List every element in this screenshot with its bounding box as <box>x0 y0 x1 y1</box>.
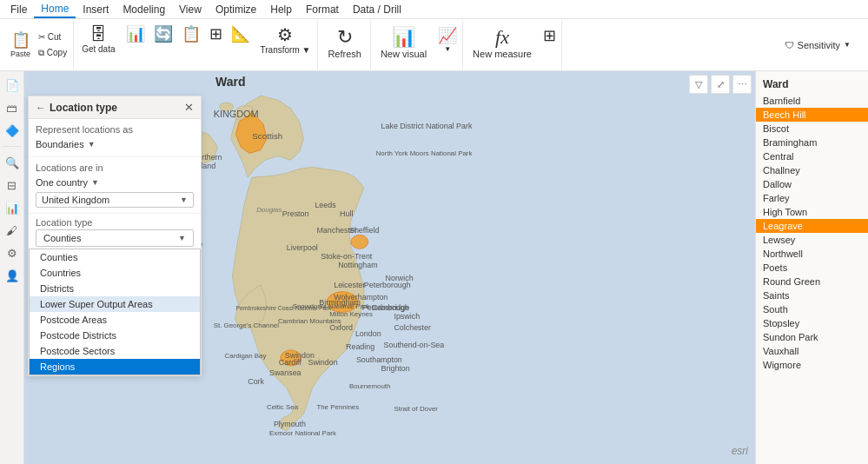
menu-insert[interactable]: Insert <box>76 2 116 17</box>
ward-item-leagrave[interactable]: Leagrave <box>756 219 868 233</box>
svg-text:Cardiff: Cardiff <box>279 358 302 367</box>
svg-text:Sheffield: Sheffield <box>349 226 379 235</box>
svg-text:Strait of Dover: Strait of Dover <box>394 405 438 413</box>
svg-text:Hull: Hull <box>340 209 353 218</box>
ward-item-challney[interactable]: Challney <box>756 163 868 177</box>
location-type-label: Location type <box>36 217 194 228</box>
measure-table-button[interactable]: ⊞ <box>540 23 560 68</box>
sidebar-search-icon[interactable]: 🔍 <box>2 152 23 173</box>
sensitivity-icon: 🛡 <box>785 40 794 50</box>
cut-button[interactable]: ✂ Cut <box>36 29 70 44</box>
map-toolbar: ▽ ⤢ ⋯ <box>689 75 752 94</box>
sidebar-data-icon[interactable]: 🗃 <box>2 97 23 118</box>
dropdown-item-postcode-districts[interactable]: Postcode Districts <box>30 328 200 343</box>
menu-optimize[interactable]: Optimize <box>209 2 263 17</box>
panel-close-button[interactable]: ✕ <box>184 101 194 114</box>
right-panel: Ward Barnfield Beech Hill Biscot Braming… <box>755 71 868 464</box>
ward-item-vauxhall[interactable]: Vauxhall <box>756 344 868 358</box>
more-options-button[interactable]: ⋯ <box>732 75 752 94</box>
ward-item-barnfield[interactable]: Barnfield <box>756 94 868 108</box>
menu-help[interactable]: Help <box>263 2 299 17</box>
svg-text:St. George's Channel: St. George's Channel <box>214 321 280 329</box>
sidebar-model-icon[interactable]: 🔷 <box>2 120 23 141</box>
represent-label: Represent locations as <box>36 124 194 135</box>
sidebar-format-icon[interactable]: 🖌 <box>2 220 23 241</box>
ward-item-wigmore[interactable]: Wigmore <box>756 358 868 372</box>
paste-button[interactable]: 📋 Paste <box>7 29 34 61</box>
visual-options-button[interactable]: 📈 ▼ <box>434 23 461 68</box>
svg-text:Ipswich: Ipswich <box>394 312 420 321</box>
dropdown-item-postcode-areas[interactable]: Postcode Areas <box>30 312 200 328</box>
sidebar-user-icon[interactable]: 👤 <box>2 265 23 286</box>
represent-select[interactable]: Boundaries ▼ <box>36 137 194 151</box>
menu-format[interactable]: Format <box>299 2 346 17</box>
ward-item-central[interactable]: Central <box>756 149 868 163</box>
get-data-button[interactable]: 🗄 Get data <box>76 23 120 68</box>
filter-button[interactable]: ▽ <box>689 75 708 94</box>
sidebar-settings-icon[interactable]: ⚙ <box>2 242 23 263</box>
svg-text:Cambridge: Cambridge <box>372 303 410 312</box>
svg-point-5 <box>351 235 368 249</box>
location-panel: ← Location type ✕ Represent locations as… <box>28 96 202 376</box>
metrics-button[interactable]: 📐 <box>228 23 254 68</box>
sensitivity-button[interactable]: 🛡 Sensitivity ▼ <box>778 36 858 54</box>
svg-text:Plymouth: Plymouth <box>274 420 306 428</box>
ward-item-stopsley[interactable]: Stopsley <box>756 316 868 330</box>
panel-back-icon[interactable]: ← <box>36 102 46 114</box>
sidebar-filter-icon[interactable]: ⊟ <box>2 175 23 196</box>
dropdown-item-postcode-sectors[interactable]: Postcode Sectors <box>30 343 200 359</box>
dropdown-item-districts[interactable]: Districts <box>30 281 200 296</box>
location-type-dropdown: Counties Countries Districts Lower Super… <box>29 249 201 375</box>
dropdown-item-lsoa[interactable]: Lower Super Output Areas <box>30 296 200 312</box>
menu-file[interactable]: File <box>3 2 34 17</box>
ward-item-round-green[interactable]: Round Green <box>756 275 868 288</box>
ward-item-dallow[interactable]: Dallow <box>756 177 868 191</box>
ward-item-biscot[interactable]: Biscot <box>756 122 868 136</box>
svg-text:Leeds: Leeds <box>315 201 336 209</box>
ward-item-farley[interactable]: Farley <box>756 191 868 205</box>
table-button[interactable]: ⊞ <box>206 23 226 68</box>
copy-button[interactable]: ⧉ Copy <box>36 45 70 61</box>
locations-in-value: One country <box>36 177 88 188</box>
dataflow-button[interactable]: 🔄 <box>150 23 176 68</box>
represent-value: Boundaries <box>36 139 84 149</box>
right-panel-title: Ward <box>756 75 868 94</box>
svg-text:Cambrian Mountains: Cambrian Mountains <box>278 317 341 325</box>
ward-item-high-town[interactable]: High Town <box>756 205 868 219</box>
new-measure-button[interactable]: fx New measure <box>466 23 539 68</box>
refresh-button[interactable]: ↻ Refresh <box>321 23 368 68</box>
panel-title: Location type <box>50 102 117 114</box>
ward-item-saints[interactable]: Saints <box>756 288 868 302</box>
dropdown-item-countries[interactable]: Countries <box>30 265 200 281</box>
menu-view[interactable]: View <box>172 2 209 17</box>
svg-text:Swindon: Swindon <box>308 358 338 367</box>
represent-chevron: ▼ <box>88 140 96 149</box>
transform-button[interactable]: ⚙ Transform ▼ <box>255 23 316 68</box>
svg-text:Celtic Sea: Celtic Sea <box>267 403 299 411</box>
dataverse-button[interactable]: 📋 <box>178 23 204 68</box>
svg-text:Snowdonia National Park: Snowdonia National Park <box>293 302 370 310</box>
ward-item-sundon-park[interactable]: Sundon Park <box>756 330 868 344</box>
new-visual-button[interactable]: 📊 New visual <box>374 23 434 68</box>
country-select[interactable]: United Kingdom ▼ <box>36 192 194 208</box>
expand-button[interactable]: ⤢ <box>711 75 730 94</box>
excel-button[interactable]: 📊 <box>123 23 149 68</box>
dropdown-item-counties[interactable]: Counties <box>30 249 200 265</box>
ward-item-beech-hill[interactable]: Beech Hill <box>756 108 868 122</box>
svg-text:Wolverhampton: Wolverhampton <box>334 293 388 302</box>
menu-home[interactable]: Home <box>34 1 76 18</box>
ward-item-northwell[interactable]: Northwell <box>756 247 868 261</box>
location-type-select[interactable]: Counties ▼ <box>36 229 194 247</box>
ward-item-south[interactable]: South <box>756 302 868 316</box>
sidebar-report-icon[interactable]: 📄 <box>2 75 23 96</box>
ward-item-bramingham[interactable]: Bramingham <box>756 136 868 149</box>
sidebar-analytics-icon[interactable]: 📊 <box>2 197 23 218</box>
locations-in-select[interactable]: One country ▼ <box>36 176 194 189</box>
locations-in-chevron: ▼ <box>91 178 99 187</box>
menu-modeling[interactable]: Modeling <box>116 2 172 17</box>
menu-data-drill[interactable]: Data / Drill <box>346 2 408 17</box>
ward-item-lewsey[interactable]: Lewsey <box>756 233 868 247</box>
ward-item-poets[interactable]: Poets <box>756 261 868 275</box>
dropdown-item-regions[interactable]: Regions <box>30 359 200 375</box>
map-title: Ward <box>215 75 245 89</box>
